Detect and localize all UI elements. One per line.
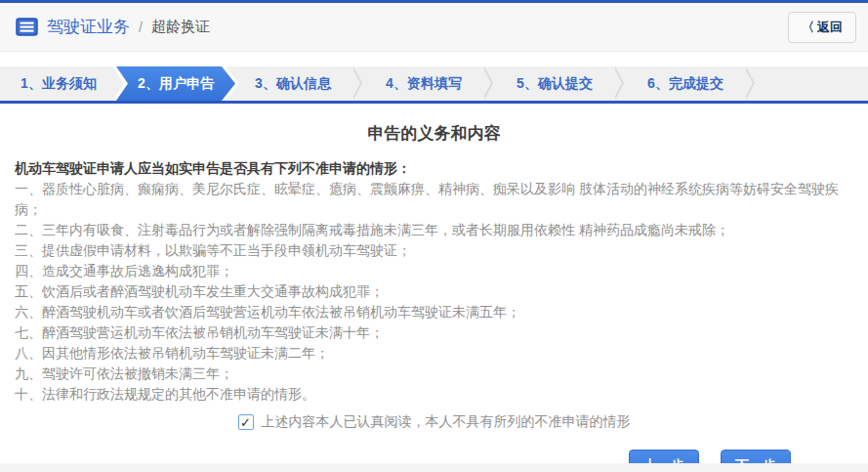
step-5-confirm-submit[interactable]: 5、确认提交: [496, 66, 613, 101]
step-1-business-notice[interactable]: 1、业务须知: [0, 66, 117, 101]
step-separator-chevron: [482, 66, 496, 101]
notice-item: 四、造成交通事故后逃逸构成犯罪；: [15, 261, 853, 281]
notice-item: 二、三年内有吸食、注射毒品行为或者解除强制隔离戒毒措施未满三年，或者长期服用依赖…: [15, 220, 853, 240]
notice-item: 六、醉酒驾驶机动车或者饮酒后驾驶营运机动车依法被吊销机动车驾驶证未满五年；: [15, 302, 853, 322]
footer-strip: [0, 463, 868, 472]
declaration-row: ✓ 上述内容本人已认真阅读，本人不具有所列的不准申请的情形: [15, 413, 853, 431]
back-button-label: 返回: [817, 19, 843, 36]
declaration-label: 上述内容本人已认真阅读，本人不具有所列的不准申请的情形: [262, 413, 631, 431]
breadcrumb-current: 超龄换证: [151, 18, 210, 36]
notice-item: 一、器质性心脏病、癫痫病、美尼尔氏症、眩晕症、癔病、震颤麻痹、精神病、痴呆以及影…: [15, 179, 853, 220]
step-2-user-declaration[interactable]: 2、用户申告: [112, 66, 239, 101]
breadcrumb-separator: /: [139, 20, 143, 35]
main-content: 申告的义务和内容 机动车驾驶证申请人应当如实申告是否具有下列不准申请的情形： 一…: [0, 124, 868, 472]
notice-item: 七、醉酒驾驶营运机动车依法被吊销机动车驾驶证未满十年；: [15, 322, 853, 343]
page-title: 申告的义务和内容: [15, 124, 853, 144]
back-chevron-icon: 〈: [802, 19, 814, 36]
notice-item: 五、饮酒后或者醉酒驾驶机动车发生重大交通事故构成犯罪；: [15, 281, 853, 302]
list-document-icon: [16, 18, 38, 36]
notice-item: 九、驾驶许可依法被撤销未满三年；: [15, 364, 853, 384]
step-separator-chevron: [351, 66, 365, 101]
notice-intro: 机动车驾驶证申请人应当如实申告是否具有下列不准申请的情形：: [15, 157, 853, 179]
breadcrumb: 驾驶证业务 / 超龄换证 〈 返回: [0, 3, 868, 52]
breadcrumb-root[interactable]: 驾驶证业务: [47, 16, 130, 38]
step-4-fill-materials[interactable]: 4、资料填写: [365, 66, 482, 101]
step-separator-chevron: [744, 66, 758, 101]
step-separator-chevron: [613, 66, 627, 101]
declaration-checkbox[interactable]: ✓: [238, 414, 254, 430]
back-button[interactable]: 〈 返回: [788, 12, 856, 43]
step-wizard: 1、业务须知 2、用户申告 3、确认信息 4、资料填写 5、确认提交 6、完成提…: [0, 66, 868, 104]
notice-item: 十、法律和行政法规规定的其他不准申请的情形。: [15, 384, 853, 405]
notice-item: 三、提供虚假申请材料，以欺骗等不正当手段申领机动车驾驶证；: [15, 240, 853, 261]
notice-item: 八、因其他情形依法被吊销机动车驾驶证未满二年；: [15, 343, 853, 364]
active-step-arrow: 2、用户申告: [116, 66, 235, 101]
header-spacer: [0, 52, 868, 66]
step-3-confirm-info[interactable]: 3、确认信息: [234, 66, 351, 101]
step-6-complete-submit[interactable]: 6、完成提交: [627, 66, 744, 101]
